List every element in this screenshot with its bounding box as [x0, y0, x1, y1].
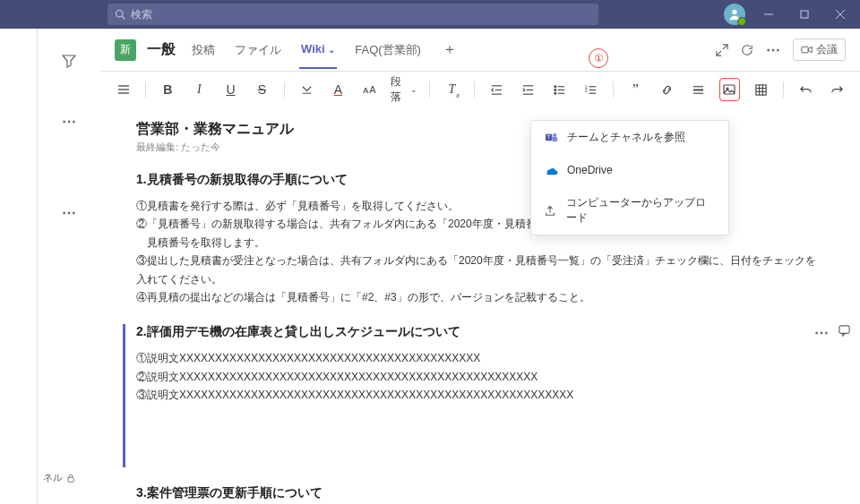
hamburger-icon[interactable]	[113, 78, 133, 101]
dropdown-item-label: チームとチャネルを参照	[567, 130, 685, 145]
refresh-icon[interactable]	[741, 44, 753, 56]
svg-point-18	[555, 85, 556, 87]
clear-format-button[interactable]: Tx	[442, 78, 462, 101]
tab-files[interactable]: ファイル	[233, 42, 283, 69]
tabs: 投稿 ファイル Wiki ⌄ FAQ(営業部) ＋	[190, 31, 457, 69]
svg-text:2: 2	[585, 89, 588, 93]
section-title[interactable]: 3.案件管理票の更新手順について	[136, 485, 824, 501]
section-2[interactable]: ⋯ 2.評価用デモ機の在庫表と貸し出しスケジュールについて ①説明文XXXXXX…	[123, 324, 824, 466]
more-icon[interactable]: ⋯	[62, 113, 77, 130]
left-panel: ⋯ ⋯ ネル	[38, 29, 100, 504]
svg-point-2	[732, 10, 736, 14]
tab-posts[interactable]: 投稿	[190, 42, 217, 69]
search-icon	[115, 9, 125, 20]
font-size-button[interactable]: ᴀA	[359, 78, 380, 101]
avatar[interactable]	[724, 4, 745, 25]
link-button[interactable]	[657, 78, 677, 101]
section-actions: ⋯	[814, 324, 851, 341]
italic-button[interactable]: I	[189, 78, 210, 101]
indent-decrease-button[interactable]	[486, 78, 507, 101]
section-title[interactable]: 2.評価用デモ機の在庫表と貸し出しスケジュールについて	[136, 324, 824, 340]
svg-rect-43	[839, 326, 849, 333]
svg-point-19	[555, 89, 556, 90]
minimize-button[interactable]	[756, 10, 781, 19]
redo-button[interactable]	[827, 78, 847, 101]
table-button[interactable]	[751, 78, 771, 101]
main-content: 新 一般 投稿 ファイル Wiki ⌄ FAQ(営業部) ＋ ⋯ 会議 ①	[100, 29, 860, 504]
expand-icon[interactable]	[716, 44, 728, 56]
font-color-button[interactable]: A	[328, 78, 348, 101]
app-rail	[0, 29, 38, 504]
onedrive-icon	[544, 163, 558, 177]
svg-rect-4	[801, 11, 808, 18]
channel-name: 一般	[147, 40, 176, 59]
number-list-button[interactable]: 12	[580, 78, 601, 101]
section-line: ③説明文XXXXXXXXXXXXXXXXXXXXXXXXXXXXXXXXXXXX…	[136, 386, 824, 404]
section-line: 見積番号を取得します。	[136, 234, 824, 252]
image-insert-dropdown: T チームとチャネルを参照 OneDrive コンピューターからアップロード	[530, 120, 729, 235]
svg-line-1	[122, 16, 125, 19]
titlebar: 検索	[0, 0, 860, 29]
channel-header: 新 一般 投稿 ファイル Wiki ⌄ FAQ(営業部) ＋ ⋯ 会議	[100, 29, 860, 72]
meet-button[interactable]: 会議	[793, 38, 846, 61]
dropdown-item-upload[interactable]: コンピューターからアップロード	[531, 186, 728, 235]
bold-button[interactable]: B	[158, 78, 178, 101]
lock-icon	[66, 474, 75, 483]
svg-point-41	[553, 133, 556, 137]
svg-rect-8	[802, 47, 808, 53]
callout-badge: ①	[589, 48, 608, 68]
svg-point-0	[116, 11, 124, 18]
svg-rect-34	[756, 84, 766, 94]
bullet-list-button[interactable]	[549, 78, 570, 101]
formatting-toolbar: B I U S A ᴀA 段落⌄ Tx 12 ”	[100, 72, 860, 107]
svg-text:T: T	[546, 134, 550, 140]
section-line: ①説明文XXXXXXXXXXXXXXXXXXXXXXXXXXXXXXXXXXXX…	[136, 349, 824, 367]
search-placeholder: 検索	[131, 7, 152, 22]
add-tab-button[interactable]: ＋	[443, 40, 457, 69]
section-line: ②説明文XXXXXXXXXXXXXXXXXXXXXXXXXXXXXXXXXXXX…	[136, 368, 824, 386]
close-button[interactable]	[828, 10, 853, 19]
dropdown-item-label: コンピューターからアップロード	[566, 195, 716, 226]
underline-button[interactable]: U	[220, 78, 241, 101]
tab-faq[interactable]: FAQ(営業部)	[353, 42, 423, 69]
filter-icon[interactable]	[62, 54, 76, 72]
maximize-button[interactable]	[792, 10, 817, 19]
video-icon	[801, 44, 813, 56]
wiki-content: 営業部・業務マニュアル 最終編集: たった今 1.見積番号の新規取得の手順につい…	[100, 107, 860, 504]
dropdown-item-onedrive[interactable]: OneDrive	[531, 154, 728, 186]
section-line: ③提出した見積書が受注となった場合は、共有フォルダ内にある「2020年度・見積番…	[136, 252, 824, 288]
paragraph-dropdown[interactable]: 段落⌄	[391, 74, 417, 105]
section-body[interactable]: ①説明文XXXXXXXXXXXXXXXXXXXXXXXXXXXXXXXXXXXX…	[136, 349, 824, 466]
svg-rect-42	[552, 137, 557, 142]
left-panel-footer: ネル	[43, 471, 75, 484]
more-icon[interactable]: ⋯	[62, 204, 77, 221]
section-line: ④再見積の提出などの場合は「見積番号」に「#2、#3」の形で、バージョンを記載す…	[136, 288, 824, 306]
strikethrough-button[interactable]: S	[252, 78, 272, 101]
more-icon[interactable]: ⋯	[814, 324, 829, 341]
undo-button[interactable]	[796, 78, 816, 101]
section-3[interactable]: 3.案件管理票の更新手順について	[136, 485, 824, 501]
highlight-button[interactable]	[297, 78, 317, 101]
tab-wiki[interactable]: Wiki ⌄	[299, 42, 337, 69]
dropdown-item-label: OneDrive	[567, 164, 613, 176]
indent-increase-button[interactable]	[518, 78, 538, 101]
dropdown-item-teams[interactable]: T チームとチャネルを参照	[531, 121, 728, 154]
svg-point-20	[555, 92, 556, 94]
quote-button[interactable]: ”	[625, 78, 646, 101]
insert-image-button[interactable]	[719, 78, 740, 101]
teams-icon: T	[544, 131, 558, 145]
titlebar-controls	[724, 4, 853, 25]
svg-rect-7	[68, 477, 73, 482]
comment-icon[interactable]	[838, 324, 851, 337]
hr-button[interactable]	[688, 78, 709, 101]
upload-icon	[544, 203, 557, 218]
team-badge: 新	[115, 39, 136, 61]
svg-rect-32	[724, 85, 735, 94]
search-input[interactable]: 検索	[108, 4, 598, 25]
more-icon[interactable]: ⋯	[766, 41, 780, 58]
